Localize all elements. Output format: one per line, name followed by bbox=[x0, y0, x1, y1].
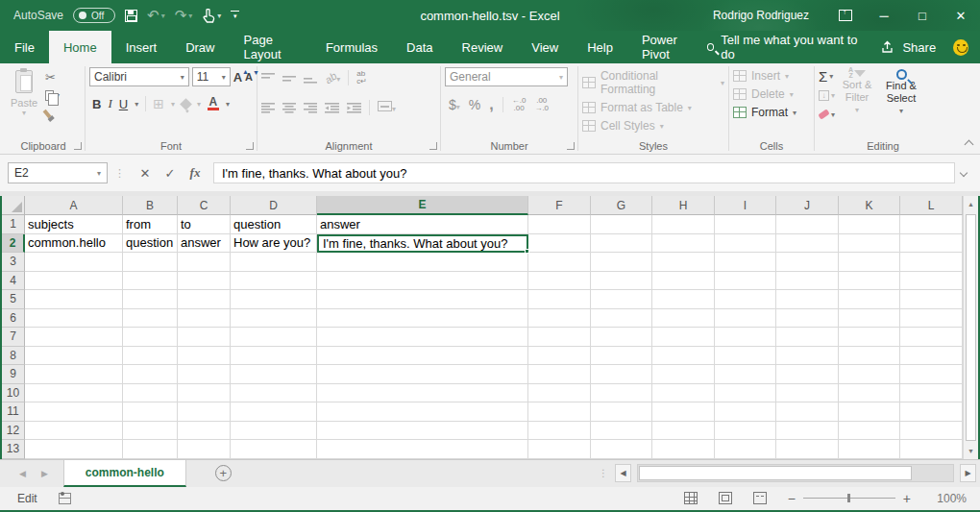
cell-D3[interactable] bbox=[231, 253, 317, 272]
cell-B7[interactable] bbox=[123, 328, 178, 347]
scroll-right-button[interactable]: ▶ bbox=[960, 464, 976, 482]
cell-C13[interactable] bbox=[178, 440, 231, 459]
customize-quick-access-toolbar-button[interactable]: ▾ bbox=[231, 11, 239, 20]
zoom-slider-thumb[interactable] bbox=[847, 494, 850, 502]
save-button[interactable] bbox=[125, 10, 137, 22]
cell-D5[interactable] bbox=[231, 290, 317, 309]
cell-I2[interactable] bbox=[715, 234, 776, 254]
row-header-3[interactable]: 3 bbox=[2, 253, 25, 272]
cell-J12[interactable] bbox=[776, 422, 839, 441]
cell-E3[interactable] bbox=[317, 253, 528, 272]
cell-B12[interactable] bbox=[123, 422, 178, 441]
dialog-launcher-icon[interactable] bbox=[429, 142, 437, 150]
cell-A8[interactable] bbox=[25, 347, 123, 366]
fill-handle[interactable] bbox=[525, 249, 529, 254]
cell-A2[interactable]: common.hello bbox=[25, 234, 123, 254]
zoom-in-button[interactable]: + bbox=[903, 491, 911, 506]
cell-E9[interactable] bbox=[317, 365, 528, 384]
cell-J13[interactable] bbox=[776, 440, 839, 459]
cell-B10[interactable] bbox=[123, 384, 178, 403]
cell-I3[interactable] bbox=[715, 253, 776, 272]
undo-button[interactable]: ↶▾ bbox=[147, 7, 165, 24]
cell-F13[interactable] bbox=[528, 440, 591, 459]
comma-style-button[interactable]: , bbox=[489, 96, 493, 113]
cell-C10[interactable] bbox=[178, 384, 231, 403]
cell-K2[interactable] bbox=[839, 234, 900, 254]
cell-K9[interactable] bbox=[839, 365, 900, 384]
format-painter-button[interactable] bbox=[45, 106, 60, 121]
normal-view-button[interactable] bbox=[684, 492, 698, 504]
cell-I11[interactable] bbox=[715, 402, 776, 422]
sheet-nav-left-button[interactable]: ◀ bbox=[19, 469, 26, 478]
column-header-e[interactable]: E bbox=[317, 196, 528, 215]
align-center-button[interactable] bbox=[282, 103, 296, 113]
scroll-up-button[interactable]: ▲ bbox=[964, 196, 978, 212]
cell-J6[interactable] bbox=[776, 309, 839, 329]
column-header-f[interactable]: F bbox=[528, 196, 591, 215]
copy-button[interactable]: ▾ bbox=[45, 87, 60, 103]
name-box-splitter[interactable]: ⋮ bbox=[114, 167, 126, 180]
cell-E4[interactable] bbox=[317, 272, 528, 291]
cell-J11[interactable] bbox=[776, 402, 839, 422]
cell-K1[interactable] bbox=[839, 215, 900, 234]
cell-F10[interactable] bbox=[528, 384, 591, 403]
cell-E5[interactable] bbox=[317, 290, 528, 309]
column-header-a[interactable]: A bbox=[25, 196, 123, 215]
cell-I10[interactable] bbox=[715, 384, 776, 403]
cell-H10[interactable] bbox=[652, 384, 715, 403]
cell-G2[interactable] bbox=[591, 234, 652, 254]
cell-G5[interactable] bbox=[591, 290, 652, 309]
cell-K13[interactable] bbox=[839, 440, 900, 459]
cell-F1[interactable] bbox=[528, 215, 591, 234]
cell-C8[interactable] bbox=[178, 347, 231, 366]
insert-function-button[interactable]: fx bbox=[183, 162, 208, 183]
cell-C5[interactable] bbox=[178, 290, 231, 309]
cell-J10[interactable] bbox=[776, 384, 839, 403]
chevron-down-icon[interactable]: ▾ bbox=[135, 100, 138, 109]
find-select-button[interactable]: Find & Select▾ bbox=[879, 67, 923, 137]
cell-A10[interactable] bbox=[25, 384, 123, 403]
cell-L1[interactable] bbox=[900, 215, 963, 234]
cell-B2[interactable]: question bbox=[123, 234, 178, 254]
number-format-combobox[interactable]: General▾ bbox=[445, 67, 568, 86]
fill-button[interactable]: ↓▾ bbox=[819, 87, 835, 103]
new-sheet-button[interactable]: + bbox=[215, 465, 232, 481]
cell-E1[interactable]: answer bbox=[317, 215, 528, 234]
cell-I6[interactable] bbox=[715, 309, 776, 329]
cell-G7[interactable] bbox=[591, 328, 652, 347]
cell-C4[interactable] bbox=[178, 272, 231, 291]
cell-D8[interactable] bbox=[231, 347, 317, 366]
cell-A5[interactable] bbox=[25, 290, 123, 309]
cell-E8[interactable] bbox=[317, 347, 528, 366]
vertical-scrollbar[interactable]: ▲ ▼ bbox=[963, 196, 978, 459]
cell-L13[interactable] bbox=[900, 440, 963, 459]
cell-D4[interactable] bbox=[231, 272, 317, 291]
percent-style-button[interactable]: % bbox=[469, 97, 480, 112]
row-header-7[interactable]: 7 bbox=[2, 328, 25, 347]
ribbon-tab-data[interactable]: Data bbox=[392, 31, 447, 63]
cell-L4[interactable] bbox=[900, 272, 963, 291]
cell-F7[interactable] bbox=[528, 328, 591, 347]
chevron-down-icon[interactable]: ▾ bbox=[226, 100, 230, 109]
cell-K12[interactable] bbox=[839, 422, 900, 441]
cell-D13[interactable] bbox=[231, 440, 317, 459]
cell-K8[interactable] bbox=[839, 347, 900, 366]
cell-A6[interactable] bbox=[25, 309, 123, 329]
column-header-k[interactable]: K bbox=[839, 196, 900, 215]
cell-L5[interactable] bbox=[900, 290, 963, 309]
cell-G6[interactable] bbox=[591, 309, 652, 329]
align-left-button[interactable] bbox=[261, 103, 275, 113]
cell-E13[interactable] bbox=[317, 440, 528, 459]
page-break-preview-button[interactable] bbox=[753, 492, 767, 504]
row-header-6[interactable]: 6 bbox=[2, 309, 25, 329]
cell-A13[interactable] bbox=[25, 440, 123, 459]
cell-B8[interactable] bbox=[123, 347, 178, 366]
accounting-format-button[interactable]: $▾ bbox=[449, 97, 460, 112]
ribbon-tab-help[interactable]: Help bbox=[573, 31, 627, 63]
cell-K4[interactable] bbox=[839, 272, 900, 291]
chevron-down-icon[interactable]: ▾ bbox=[197, 100, 201, 109]
cell-H2[interactable] bbox=[652, 234, 715, 254]
cell-B6[interactable] bbox=[123, 309, 178, 329]
cell-D12[interactable] bbox=[231, 422, 317, 441]
ribbon-tab-review[interactable]: Review bbox=[448, 31, 518, 63]
